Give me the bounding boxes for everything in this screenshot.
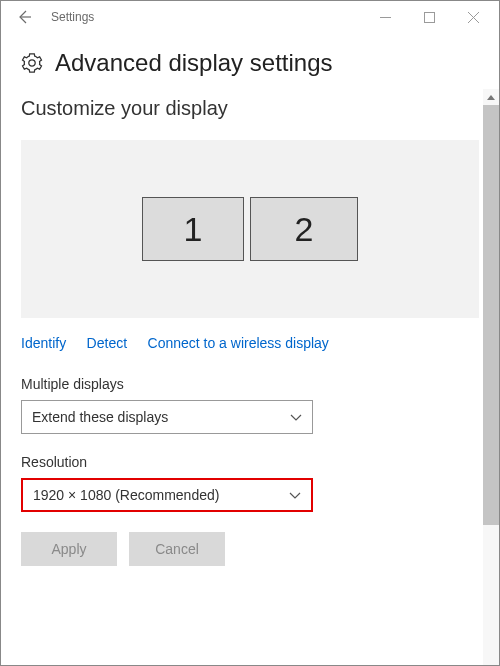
apply-button[interactable]: Apply [21, 532, 117, 566]
gear-icon [21, 52, 43, 74]
multiple-displays-label: Multiple displays [21, 376, 479, 392]
window-controls [363, 1, 495, 33]
minimize-button[interactable] [363, 1, 407, 33]
window-title: Settings [51, 10, 94, 24]
resolution-dropdown[interactable]: 1920 × 1080 (Recommended) [21, 478, 313, 512]
page-header: Advanced display settings [1, 33, 499, 89]
scrollbar-track[interactable] [483, 89, 499, 666]
display-tile-2[interactable]: 2 [250, 197, 358, 261]
dialog-buttons: Apply Cancel [21, 532, 479, 566]
multiple-displays-value: Extend these displays [32, 409, 168, 425]
multiple-displays-field: Multiple displays Extend these displays [21, 376, 479, 434]
cancel-button[interactable]: Cancel [129, 532, 225, 566]
arrow-left-icon [16, 9, 32, 25]
detect-link[interactable]: Detect [87, 335, 127, 351]
titlebar: Settings [1, 1, 499, 33]
scrollbar-thumb[interactable] [483, 105, 499, 525]
back-button[interactable] [5, 1, 43, 33]
close-button[interactable] [451, 1, 495, 33]
resolution-field: Resolution 1920 × 1080 (Recommended) [21, 454, 479, 512]
svg-rect-0 [424, 12, 434, 22]
chevron-up-icon [487, 95, 495, 100]
content: Customize your display 1 2 Identify Dete… [1, 89, 499, 586]
display-action-links: Identify Detect Connect to a wireless di… [21, 334, 479, 352]
connect-wireless-link[interactable]: Connect to a wireless display [148, 335, 329, 351]
scrollbar-up-arrow[interactable] [483, 89, 499, 105]
chevron-down-icon [289, 486, 301, 504]
page-title: Advanced display settings [55, 49, 333, 77]
display-arrangement-canvas[interactable]: 1 2 [21, 140, 479, 318]
identify-link[interactable]: Identify [21, 335, 66, 351]
close-icon [468, 12, 479, 23]
display-tile-1[interactable]: 1 [142, 197, 244, 261]
resolution-label: Resolution [21, 454, 479, 470]
minimize-icon [380, 12, 391, 23]
multiple-displays-dropdown[interactable]: Extend these displays [21, 400, 313, 434]
content-area: Customize your display 1 2 Identify Dete… [1, 89, 499, 666]
resolution-value: 1920 × 1080 (Recommended) [33, 487, 219, 503]
section-subtitle: Customize your display [21, 97, 479, 120]
maximize-icon [424, 12, 435, 23]
maximize-button[interactable] [407, 1, 451, 33]
chevron-down-icon [290, 408, 302, 426]
